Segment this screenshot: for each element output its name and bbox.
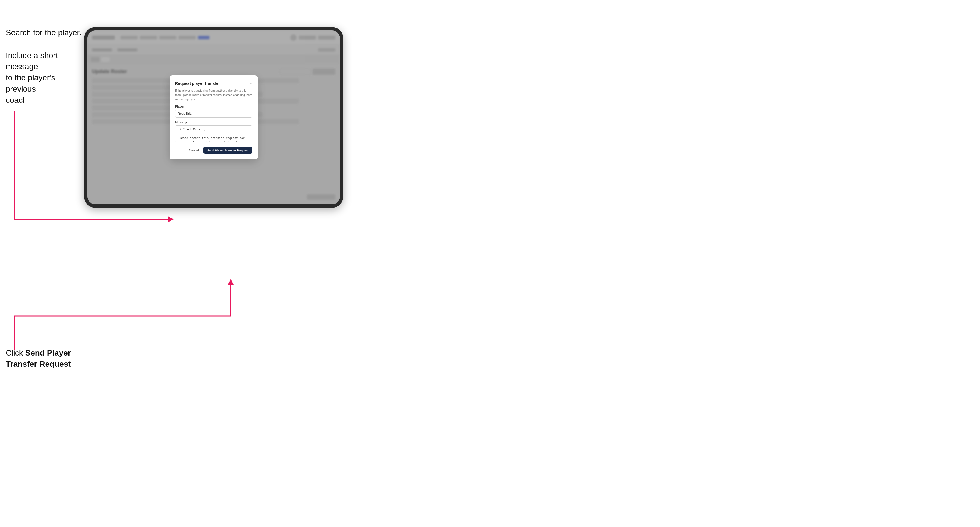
tablet-device: › Update Roster xyxy=(84,27,343,208)
svg-marker-6 xyxy=(228,279,234,285)
annotation-search: Search for the player. xyxy=(6,27,81,38)
send-transfer-request-button[interactable]: Send Player Transfer Request xyxy=(204,147,252,154)
player-label: Player xyxy=(175,105,252,108)
svg-marker-2 xyxy=(168,216,174,222)
close-icon[interactable]: × xyxy=(250,81,252,86)
player-input[interactable] xyxy=(175,110,252,117)
modal-description: If the player is transferring from anoth… xyxy=(175,89,252,102)
message-textarea[interactable]: Hi Coach McHarg, Please accept this tran… xyxy=(175,125,252,142)
modal-title: Request player transfer xyxy=(175,81,220,86)
annotation-message: Include a short message to the player's … xyxy=(6,50,80,106)
transfer-modal: Request player transfer × If the player … xyxy=(170,75,258,159)
modal-header: Request player transfer × xyxy=(175,81,252,86)
message-label: Message xyxy=(175,121,252,124)
cancel-button[interactable]: Cancel xyxy=(186,148,201,153)
tablet-screen: › Update Roster xyxy=(88,30,340,205)
annotation-click: Click Send Player Transfer Request xyxy=(6,348,71,370)
modal-footer: Cancel Send Player Transfer Request xyxy=(175,147,252,154)
modal-overlay: Request player transfer × If the player … xyxy=(88,30,340,205)
